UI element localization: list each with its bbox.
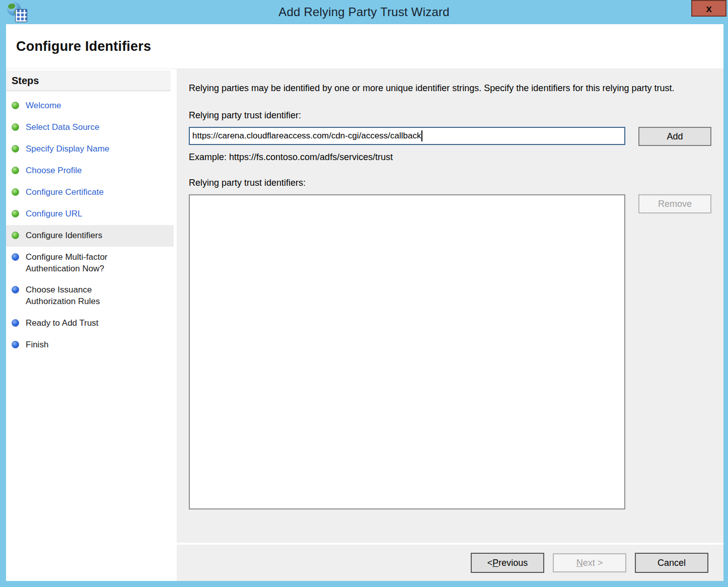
step-completed-icon [12, 145, 19, 153]
step-completed-icon [12, 232, 19, 239]
adfs-app-icon [7, 2, 28, 23]
page-header: Configure Identifiers [6, 24, 723, 69]
sidebar-item-configure-certificate[interactable]: Configure Certificate [6, 182, 174, 203]
identifier-label: Relying party trust identifier: [189, 110, 711, 121]
sidebar-item-configure-identifiers[interactable]: Configure Identifiers [6, 225, 174, 247]
identifiers-list-label: Relying party trust identifiers: [189, 178, 711, 188]
window-body: Configure Identifiers Steps Welcome Sele… [6, 24, 723, 581]
identifiers-listbox[interactable] [189, 194, 625, 509]
sidebar-item-configure-mfa[interactable]: Configure Multi-factor Authentication No… [6, 247, 174, 280]
sidebar-item-welcome[interactable]: Welcome [6, 95, 174, 117]
previous-button[interactable]: < Previous [471, 553, 544, 573]
close-button[interactable]: x [691, 0, 726, 17]
sidebar-item-specify-display-name[interactable]: Specify Display Name [6, 138, 174, 160]
content-pane: Relying parties may be identified by one… [177, 69, 723, 543]
description-text: Relying parties may be identified by one… [189, 82, 702, 95]
step-completed-icon [12, 123, 19, 131]
footer-bar: < Previous Next > Cancel [177, 545, 723, 581]
sidebar-item-configure-url[interactable]: Configure URL [6, 203, 174, 225]
step-completed-icon [12, 167, 19, 174]
window-bottom-border [0, 581, 728, 587]
sidebar-item-select-data-source[interactable]: Select Data Source [6, 117, 174, 138]
sidebar-item-finish[interactable]: Finish [6, 334, 174, 356]
sidebar-item-choose-issuance-authorization-rules[interactable]: Choose Issuance Authorization Rules [6, 279, 174, 313]
steps-sidebar: Steps Welcome Select Data Source Specify… [6, 69, 174, 581]
step-completed-icon [12, 102, 19, 109]
steps-list: Welcome Select Data Source Specify Displ… [6, 95, 174, 356]
step-pending-icon [12, 286, 19, 293]
title-bar: Add Relying Party Trust Wizard x [0, 0, 728, 24]
step-pending-icon [12, 253, 19, 261]
next-button[interactable]: Next > [553, 553, 626, 572]
text-caret [421, 130, 422, 141]
building-icon [15, 9, 27, 22]
sidebar-item-choose-profile[interactable]: Choose Profile [6, 160, 174, 182]
remove-button[interactable]: Remove [638, 194, 711, 213]
relying-party-identifier-input[interactable]: https://carena.cloudflareaccess.com/cdn-… [189, 127, 625, 145]
step-completed-icon [12, 188, 19, 196]
wizard-window: Add Relying Party Trust Wizard x Configu… [0, 0, 728, 587]
step-pending-icon [12, 341, 19, 348]
add-button[interactable]: Add [638, 127, 711, 146]
example-text: Example: https://fs.contoso.com/adfs/ser… [189, 152, 711, 163]
steps-heading: Steps [6, 70, 171, 91]
step-completed-icon [12, 210, 19, 217]
identifier-value: https://carena.cloudflareaccess.com/cdn-… [192, 131, 421, 141]
page-title: Configure Identifiers [6, 39, 151, 54]
cancel-button[interactable]: Cancel [635, 553, 708, 573]
window-title: Add Relying Party Trust Wizard [278, 5, 449, 19]
step-pending-icon [12, 319, 19, 327]
sidebar-item-ready-to-add-trust[interactable]: Ready to Add Trust [6, 313, 174, 334]
